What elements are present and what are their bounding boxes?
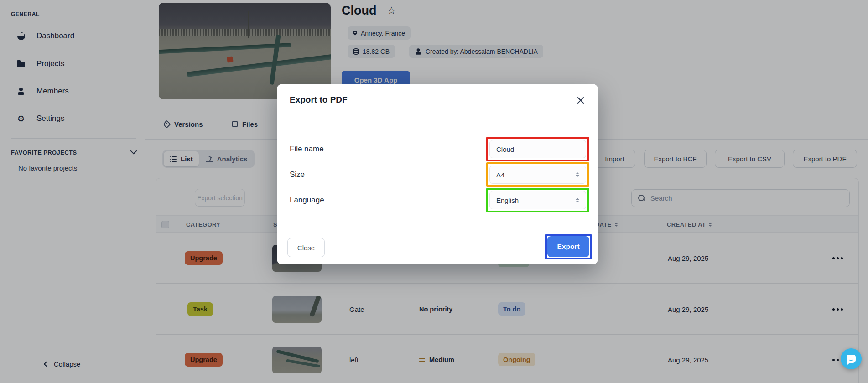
chat-icon <box>847 355 856 363</box>
file-name-label: File name <box>290 140 324 158</box>
size-select[interactable]: A4 <box>489 166 586 184</box>
app-page: GENERAL Dashboard Projects Members ⚙ Set… <box>0 0 868 383</box>
close-icon[interactable] <box>573 93 588 108</box>
language-select[interactable]: English <box>489 191 586 209</box>
file-name-input[interactable] <box>489 140 586 158</box>
language-value: English <box>496 197 519 204</box>
modal-footer-divider <box>277 228 598 228</box>
export-button[interactable]: Export <box>547 236 589 257</box>
language-label: Language <box>290 191 324 209</box>
modal-header-divider <box>277 116 598 116</box>
size-value: A4 <box>496 171 504 179</box>
export-to-pdf-modal: Export to PDF File name Size A4 Language… <box>277 84 598 264</box>
select-caret-icon <box>576 172 579 177</box>
chat-widget-button[interactable] <box>841 348 862 369</box>
select-caret-icon <box>576 198 579 202</box>
size-label: Size <box>290 166 305 184</box>
close-button[interactable]: Close <box>287 238 325 257</box>
modal-title: Export to PDF <box>290 95 348 105</box>
